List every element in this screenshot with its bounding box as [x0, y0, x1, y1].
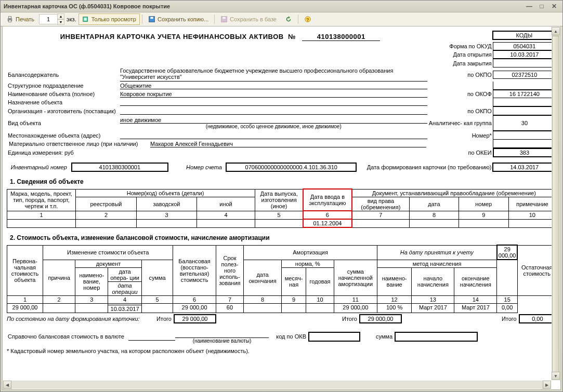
okof-value: 16 1722140: [493, 90, 556, 98]
scroll-up-icon[interactable]: ▲: [552, 27, 560, 35]
svg-text:?: ?: [306, 17, 309, 22]
sec2-table: Первона- чальная стоимость объекта Измен…: [7, 245, 556, 313]
total-c11: 29 000,00: [359, 314, 402, 323]
close-date-label: Дата закрытия: [427, 59, 493, 67]
curr-sum-label: сумма: [360, 330, 395, 344]
formdate-label: Дата формирования карточки (по требовани…: [366, 163, 493, 172]
total-c6: 29 000,00: [174, 314, 216, 323]
copies-value[interactable]: 1: [39, 14, 58, 24]
vertical-scrollbar[interactable]: ▲ ▼: [552, 27, 560, 380]
horizontal-scrollbar[interactable]: ◀ ▶: [3, 381, 551, 389]
inv-no-value: 4101380300001: [71, 163, 168, 172]
nomer-label: Номер*: [427, 131, 493, 140]
minimize-button[interactable]: —: [524, 2, 534, 11]
itogo2: Итого: [332, 314, 359, 323]
resp-label: Материально ответственное лицо (при нали…: [8, 141, 150, 147]
svg-rect-2: [8, 20, 11, 22]
save-db-label: Сохранить в базе: [230, 16, 277, 22]
commissioning-date: 01.12.2004: [303, 219, 352, 227]
open-date-label: Дата открытия: [427, 50, 493, 59]
scroll-right-icon[interactable]: ▶: [543, 381, 551, 389]
scroll-left-icon[interactable]: ◀: [3, 381, 11, 389]
refresh-button[interactable]: [281, 13, 296, 25]
maker-value: [120, 107, 427, 115]
curr-name-sub: (наименование валюты): [175, 338, 269, 344]
svg-rect-4: [84, 18, 86, 20]
okv-value: [308, 332, 360, 342]
close-button[interactable]: ✕: [549, 2, 559, 11]
svg-rect-8: [223, 17, 226, 19]
kind-label: Вид объекта: [7, 115, 120, 131]
name-label: Наименование объекта (полное): [7, 90, 120, 98]
eye-icon: [82, 16, 89, 23]
print-button[interactable]: Печать: [3, 13, 38, 25]
loc-value: [120, 132, 427, 139]
okpo1-label: по ОКПО: [427, 67, 493, 82]
doc-number: 410138000001: [302, 33, 380, 41]
copies-up[interactable]: ▲: [57, 13, 64, 19]
okpo2-value: [493, 106, 556, 115]
window-buttons: — □ ✕: [524, 2, 559, 11]
codes-head: КОДЫ: [492, 31, 556, 40]
analyt-label: Аналитичес- кая группа: [427, 115, 493, 131]
toolbar-sep-3: [298, 15, 298, 24]
save-copy-button[interactable]: Сохранить копию...: [145, 13, 212, 25]
save-copy-label: Сохранить копию...: [158, 16, 208, 22]
help-button[interactable]: ?: [300, 13, 315, 25]
doc-main-title: ИНВЕНТАРНАЯ КАРТОЧКА УЧЕТА НЕФИНАНСОВЫХ …: [7, 31, 434, 41]
curr-amount: [128, 332, 175, 341]
save-db-button[interactable]: Сохранить в базе: [217, 13, 280, 25]
okpo1-value: 02372510: [493, 71, 556, 79]
sec1-title: 1. Сведения об объекте: [7, 172, 556, 188]
unit-value: Общежитие: [120, 83, 427, 89]
total-label: По состоянию на дату формирования карточ…: [7, 314, 141, 323]
okpo2-label: по ОКПО: [427, 106, 493, 115]
window: Инвентарная карточка ОС (ф.0504031) Ковр…: [0, 0, 563, 392]
sec2-row1: 29 000,00 29 000,00 60 29 000,00 100 % М…: [7, 303, 556, 305]
resp-value: Макаров Алексей Геннадьевич: [150, 141, 426, 147]
help-icon: ?: [304, 16, 311, 23]
print-label: Печать: [16, 16, 34, 22]
purpose-value: [120, 99, 427, 106]
okud-value: 0504031: [493, 42, 556, 50]
formdate-value: 14.03.2017: [492, 163, 556, 172]
acct-label: Номер счета: [182, 163, 226, 172]
kind-value: иное движимое: [120, 117, 427, 124]
document-viewport[interactable]: ИНВЕНТАРНАЯ КАРТОЧКА УЧЕТА НЕФИНАНСОВЫХ …: [2, 26, 561, 390]
curr-label: Справочно балансовая стоимость в валюте: [7, 330, 128, 344]
toolbar-sep-2: [214, 15, 215, 24]
maker-label: Организация - изготовитель (поставщик): [7, 106, 120, 115]
purpose-label: Назначение объекта: [7, 98, 120, 106]
toolbar: Печать 1 ▲ ▼ экз. Только просмотр Сохран…: [1, 12, 562, 26]
name-value: Ковровое покрытие: [120, 91, 427, 98]
window-title: Инвентарная карточка ОС (ф.0504031) Ковр…: [4, 3, 170, 9]
kind-note: (недвижимое, особо ценное движимое, иное…: [120, 124, 427, 129]
maximize-button[interactable]: □: [536, 2, 547, 11]
okof-label: по ОКОФ: [427, 90, 493, 98]
footnote: * Кадастровый номер земельного участка, …: [7, 344, 556, 354]
diskette-icon: [148, 16, 155, 23]
sec2-totals: По состоянию на дату формирования карточ…: [7, 314, 556, 323]
svg-rect-6: [150, 17, 153, 19]
itogo1: Итого: [141, 314, 174, 323]
refresh-icon: [285, 16, 292, 23]
curr-sum-value: [395, 332, 478, 342]
sec2-title: 2. Стоимость объекта, изменение балансов…: [7, 228, 556, 245]
copies-down[interactable]: ▼: [57, 19, 64, 25]
unit-label: Структурное подразделение: [7, 82, 120, 90]
inv-no-label: Инвентарный номер: [7, 163, 71, 172]
diskette-db-icon: [220, 16, 228, 23]
total-c15: 0,00: [519, 314, 556, 323]
preview-toggle[interactable]: Только просмотр: [78, 13, 140, 25]
scroll-down-icon[interactable]: ▼: [552, 372, 560, 380]
nomer-value: [493, 131, 556, 140]
sec1-table: Марка, модель, проект, тип, порода, пасп…: [7, 188, 556, 228]
scroll-thumb-v[interactable]: [552, 36, 559, 379]
acct-value: 070600000000000000.4.101.36.310: [226, 163, 357, 172]
copies-spinner[interactable]: 1 ▲ ▼: [39, 13, 64, 25]
analyt-value: 30: [493, 115, 556, 131]
curr-name: [175, 330, 269, 338]
currency-ref: Справочно балансовая стоимость в валюте …: [7, 330, 556, 344]
okei-value: 383: [493, 148, 556, 157]
unitmeasure-label: Единица измерения: руб: [7, 148, 427, 157]
